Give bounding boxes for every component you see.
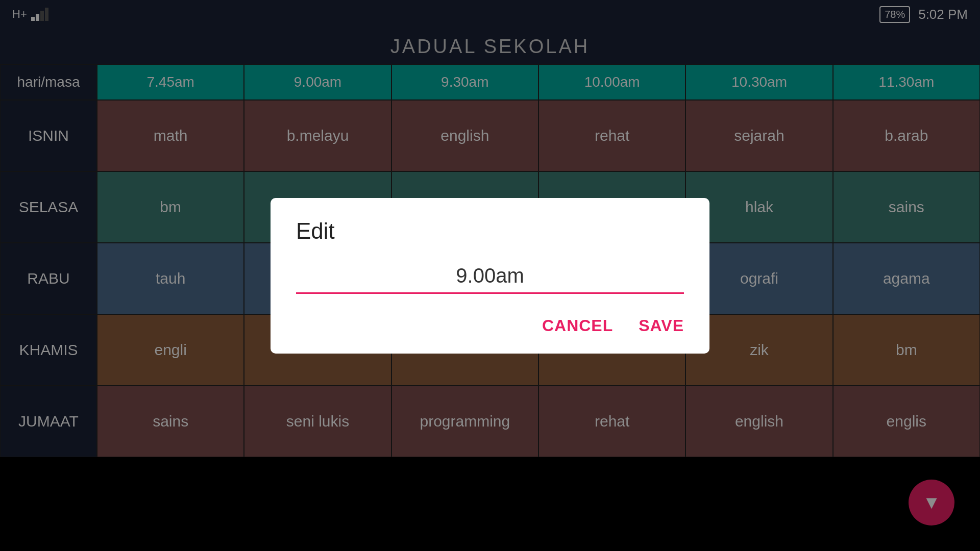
cancel-button[interactable]: CANCEL — [542, 316, 613, 335]
edit-input[interactable] — [296, 264, 684, 294]
edit-dialog: Edit CANCEL SAVE — [271, 198, 709, 354]
dialog-input-container — [296, 264, 684, 294]
dialog-actions: CANCEL SAVE — [296, 316, 684, 335]
dialog-overlay: Edit CANCEL SAVE — [0, 0, 980, 551]
dialog-title: Edit — [296, 218, 684, 244]
save-button[interactable]: SAVE — [639, 316, 684, 335]
